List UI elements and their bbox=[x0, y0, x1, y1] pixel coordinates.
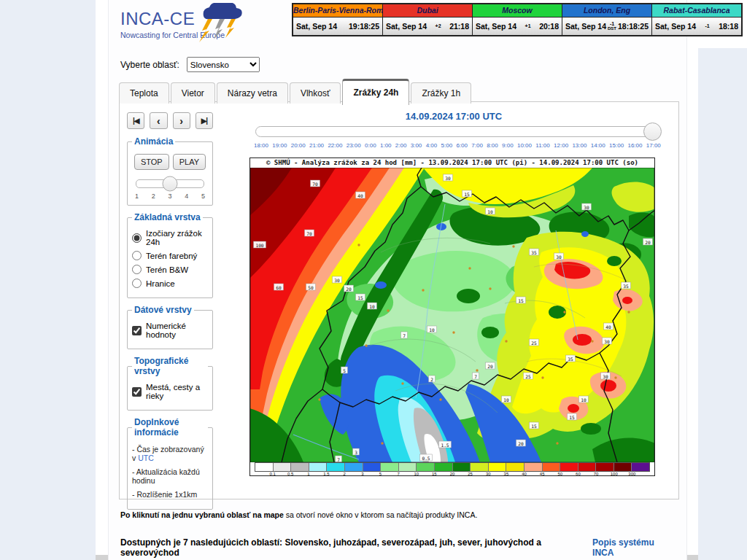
legend-value: 45 bbox=[540, 472, 545, 476]
svg-text:30: 30 bbox=[445, 176, 451, 181]
timeline-slider-handle[interactable] bbox=[643, 122, 662, 141]
legend-cell bbox=[489, 463, 507, 471]
svg-text:35: 35 bbox=[623, 284, 629, 289]
clock: MoscowSat, Sep 14+120:18 bbox=[472, 4, 562, 35]
speed-slider[interactable] bbox=[136, 179, 204, 188]
legend-value: 0.5 bbox=[287, 472, 293, 476]
svg-text:25: 25 bbox=[531, 341, 537, 346]
next-frame-button[interactable]: › bbox=[173, 112, 190, 129]
topo-layer-checkbox[interactable] bbox=[132, 387, 142, 397]
svg-text:10: 10 bbox=[581, 397, 587, 402]
base-layer-option: Izočiary zrážok 24h bbox=[132, 229, 208, 246]
svg-text:30: 30 bbox=[604, 339, 610, 344]
legend-cell bbox=[614, 463, 632, 471]
info-line: - Aktualizácia každú hodinu bbox=[132, 467, 208, 485]
data-layer-option-label: Numerické hodnoty bbox=[146, 322, 208, 339]
legend-value: 25 bbox=[468, 472, 473, 476]
info-legend: Doplnkové informácie bbox=[132, 417, 208, 438]
animation-legend: Animácia bbox=[132, 136, 175, 147]
svg-text:0.5: 0.5 bbox=[422, 456, 430, 461]
clock-city-label: London, Eng bbox=[562, 4, 651, 17]
svg-text:3: 3 bbox=[355, 450, 357, 455]
legend-cell bbox=[435, 463, 453, 471]
svg-text:35: 35 bbox=[531, 250, 537, 255]
svg-text:40: 40 bbox=[605, 324, 611, 330]
tab-vietor[interactable]: Vietor bbox=[171, 82, 215, 104]
tick-label: 21:00 bbox=[309, 142, 324, 149]
tick-label: 15:00 bbox=[609, 142, 624, 149]
legend-value: 2 bbox=[344, 472, 346, 476]
topo-layer-option: Mestá, cesty a rieky bbox=[132, 383, 208, 400]
info-line: - Rozlíšenie 1x1km bbox=[132, 490, 208, 499]
map-graphic: 7040301510100706050302015107101535303020… bbox=[249, 168, 655, 462]
svg-text:30: 30 bbox=[603, 374, 608, 379]
legend-cell bbox=[578, 463, 597, 471]
legend-cell bbox=[345, 463, 363, 471]
legend-cell bbox=[417, 463, 435, 471]
speed-scale-label: 3 bbox=[168, 192, 171, 200]
clock-time: Sat, Sep 1419:18:25 bbox=[293, 17, 382, 35]
play-button[interactable]: PLAY bbox=[173, 154, 206, 170]
tick-label: 11:00 bbox=[535, 142, 549, 149]
inca-system-link[interactable]: Popis systému INCA bbox=[592, 537, 676, 558]
legend-value: 10 bbox=[414, 472, 419, 476]
svg-text:25: 25 bbox=[525, 374, 531, 379]
clock-utc-offset: -1 bbox=[705, 24, 709, 28]
data-layer-checkbox[interactable] bbox=[132, 326, 142, 335]
tab-vlhkos-[interactable]: Vlhkosť bbox=[290, 82, 341, 104]
animation-fieldset: Animácia STOP PLAY 12345 bbox=[127, 136, 213, 206]
timeline-ticks: 18:0019:0020:0021:0022:0023:000:001:002:… bbox=[254, 142, 661, 149]
clock-utc-offset: +2 bbox=[436, 24, 441, 28]
tick-label: 19:00 bbox=[272, 142, 287, 149]
legend-value: 300 bbox=[628, 472, 635, 476]
clock-city-label: Moscow bbox=[473, 4, 562, 17]
clock-city-label: Berlin-Paris-Vienna-Roma bbox=[293, 4, 382, 17]
last-frame-button[interactable]: ▶| bbox=[196, 112, 213, 129]
timeline-slider[interactable] bbox=[255, 126, 659, 137]
legend-cell bbox=[381, 463, 399, 471]
offset-label: DST bbox=[608, 26, 616, 31]
tab-teplota[interactable]: Teplota bbox=[119, 82, 169, 104]
info-lines: - Čas je zobrazovaný v UTC- Aktualizácia… bbox=[132, 445, 208, 499]
radio-1[interactable] bbox=[132, 251, 142, 260]
tab-zr-ky-24h[interactable]: Zrážky 24h bbox=[342, 79, 409, 105]
utc-link[interactable]: UTC bbox=[138, 454, 154, 462]
precipitation-map[interactable]: © SHMÚ - Analýza zrážok za 24 hod [mm] -… bbox=[249, 158, 655, 476]
base-layer-option-label: Hranice bbox=[146, 279, 175, 288]
legend-cell bbox=[255, 463, 274, 471]
regions-row: Dostupných je 7 nasledujúcich oblastí: S… bbox=[120, 537, 676, 558]
tab-n-razy-vetra[interactable]: Nárazy vetra bbox=[217, 82, 288, 104]
offset-value: +1 bbox=[525, 24, 531, 28]
svg-text:100: 100 bbox=[255, 243, 263, 248]
stop-button[interactable]: STOP bbox=[134, 154, 169, 170]
clock-date: Sat, Sep 14 bbox=[476, 22, 516, 31]
prev-frame-button[interactable]: ‹ bbox=[150, 112, 167, 129]
radio-0[interactable] bbox=[132, 233, 142, 243]
clock-time-value: 18:18 bbox=[719, 22, 738, 31]
region-select[interactable]: Slovensko bbox=[187, 57, 260, 72]
clock-date: Sat, Sep 14 bbox=[565, 22, 606, 31]
topo-layer-options: Mestá, cesty a rieky bbox=[132, 383, 208, 400]
legend-value: 1 bbox=[307, 472, 309, 476]
radio-2[interactable] bbox=[132, 265, 142, 274]
frame-nav-buttons: |◀‹›▶| bbox=[127, 112, 213, 129]
radio-3[interactable] bbox=[132, 279, 142, 288]
offset-value: +2 bbox=[436, 24, 441, 28]
clock: London, EngSat, Sep 14-1DST18:18:25 bbox=[562, 4, 651, 35]
legend-cell bbox=[632, 463, 649, 471]
tab-zr-ky-1h[interactable]: Zrážky 1h bbox=[411, 82, 471, 104]
inca-ce-page: { "logo": {"title": "INCA-CE", "subtitle… bbox=[0, 0, 747, 560]
info-fieldset: Doplnkové informácie - Čas je zobrazovan… bbox=[127, 417, 213, 510]
data-layer-options: Numerické hodnoty bbox=[132, 322, 208, 339]
speed-slider-handle[interactable] bbox=[163, 176, 178, 192]
tick-label: 3:00 bbox=[411, 142, 422, 149]
legend-value: 3 bbox=[361, 472, 363, 476]
content-area: INCA-CE Nowcasting for Central Europe Vy… bbox=[108, 0, 687, 560]
first-frame-button[interactable]: |◀ bbox=[127, 112, 144, 129]
data-layers-fieldset: Dátové vrstvy Numerické hodnoty bbox=[127, 305, 213, 349]
legend-cell bbox=[399, 463, 417, 471]
legend-value: 15 bbox=[432, 472, 437, 476]
tick-label: 13:00 bbox=[572, 142, 587, 149]
svg-text:40: 40 bbox=[357, 193, 363, 198]
base-layer-fieldset: Základná vrstva Izočiary zrážok 24hTerén… bbox=[127, 212, 213, 298]
